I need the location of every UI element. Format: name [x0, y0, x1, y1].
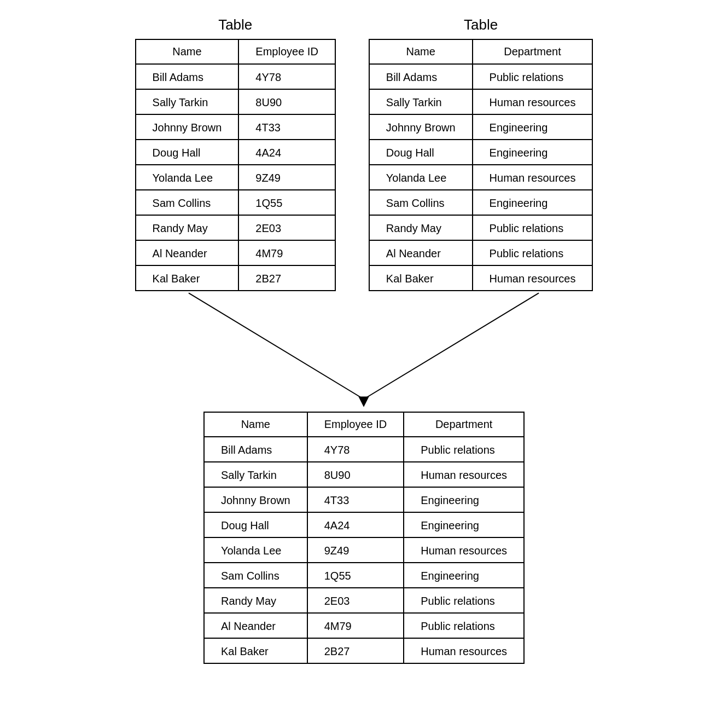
cell-name: Johnny Brown	[204, 487, 307, 512]
table-row: Kal Baker2B27Human resources	[204, 638, 524, 663]
cell-dept: Human resources	[404, 638, 524, 663]
table-row: Bill AdamsPublic relations	[369, 64, 593, 89]
cell-empid: 4T33	[238, 114, 335, 140]
right-table-title: Table	[464, 16, 498, 33]
cell-empid: 4M79	[238, 240, 335, 265]
cell-empid: 4A24	[238, 140, 335, 165]
table-row: Sam Collins1Q55	[136, 190, 335, 215]
table-row: Bill Adams4Y78Public relations	[204, 437, 524, 462]
table-row: Yolanda Lee9Z49	[136, 165, 335, 190]
join-arrows-svg	[11, 291, 717, 412]
cell-name: Al Neander	[204, 613, 307, 638]
table-row: Al NeanderPublic relations	[369, 240, 593, 265]
table-row: Sam Collins1Q55Engineering	[204, 563, 524, 588]
cell-dept: Public relations	[473, 215, 593, 240]
table-row: Randy MayPublic relations	[369, 215, 593, 240]
cell-dept: Public relations	[473, 240, 593, 265]
cell-empid: 9Z49	[307, 537, 404, 563]
cell-name: Yolanda Lee	[204, 537, 307, 563]
table-row: Johnny BrownEngineering	[369, 114, 593, 140]
cell-name: Al Neander	[369, 240, 473, 265]
cell-name: Bill Adams	[136, 64, 239, 89]
cell-dept: Public relations	[404, 588, 524, 613]
table-row: Bill Adams4Y78	[136, 64, 335, 89]
right-table-container: Table Name Department Bill AdamsPublic r…	[369, 16, 593, 291]
cell-dept: Engineering	[404, 512, 524, 537]
cell-empid: 2E03	[307, 588, 404, 613]
table-row: Johnny Brown4T33Engineering	[204, 487, 524, 512]
cell-dept: Public relations	[473, 64, 593, 89]
cell-empid: 2E03	[238, 215, 335, 240]
arrow-section	[11, 291, 717, 412]
cell-dept: Engineering	[473, 114, 593, 140]
cell-name: Sally Tarkin	[136, 89, 239, 114]
svg-line-1	[364, 293, 539, 399]
cell-dept: Engineering	[473, 140, 593, 165]
cell-name: Yolanda Lee	[136, 165, 239, 190]
cell-empid: 4M79	[307, 613, 404, 638]
table-row: Kal Baker2B27	[136, 265, 335, 291]
table-row: Al Neander4M79Public relations	[204, 613, 524, 638]
cell-name: Al Neander	[136, 240, 239, 265]
cell-empid: 8U90	[307, 462, 404, 487]
cell-dept: Human resources	[404, 537, 524, 563]
cell-name: Doug Hall	[136, 140, 239, 165]
cell-name: Randy May	[136, 215, 239, 240]
cell-dept: Public relations	[404, 437, 524, 462]
cell-dept: Engineering	[404, 487, 524, 512]
top-tables-section: Table Name Employee ID Bill Adams4Y78Sal…	[11, 16, 717, 291]
table-row: Kal BakerHuman resources	[369, 265, 593, 291]
cell-name: Randy May	[204, 588, 307, 613]
table-row: Doug Hall4A24	[136, 140, 335, 165]
bottom-table-col-dept: Department	[404, 412, 524, 437]
table-row: Doug Hall4A24Engineering	[204, 512, 524, 537]
cell-dept: Human resources	[404, 462, 524, 487]
table-row: Johnny Brown4T33	[136, 114, 335, 140]
cell-empid: 1Q55	[307, 563, 404, 588]
cell-dept: Public relations	[404, 613, 524, 638]
cell-name: Johnny Brown	[369, 114, 473, 140]
cell-empid: 4Y78	[307, 437, 404, 462]
cell-empid: 4Y78	[238, 64, 335, 89]
cell-name: Kal Baker	[204, 638, 307, 663]
left-table-container: Table Name Employee ID Bill Adams4Y78Sal…	[135, 16, 336, 291]
cell-name: Yolanda Lee	[369, 165, 473, 190]
cell-empid: 2B27	[307, 638, 404, 663]
cell-name: Bill Adams	[204, 437, 307, 462]
table-row: Sally Tarkin8U90	[136, 89, 335, 114]
left-table: Name Employee ID Bill Adams4Y78Sally Tar…	[135, 39, 336, 291]
cell-name: Doug Hall	[369, 140, 473, 165]
cell-dept: Human resources	[473, 165, 593, 190]
cell-name: Sam Collins	[369, 190, 473, 215]
cell-dept: Engineering	[473, 190, 593, 215]
table-row: Al Neander4M79	[136, 240, 335, 265]
table-row: Sam CollinsEngineering	[369, 190, 593, 215]
cell-name: Kal Baker	[369, 265, 473, 291]
cell-name: Kal Baker	[136, 265, 239, 291]
cell-empid: 4T33	[307, 487, 404, 512]
right-table-col-dept: Department	[473, 39, 593, 64]
cell-dept: Human resources	[473, 89, 593, 114]
table-row: Sally TarkinHuman resources	[369, 89, 593, 114]
table-row: Randy May2E03Public relations	[204, 588, 524, 613]
left-table-col-empid: Employee ID	[238, 39, 335, 64]
bottom-table-col-empid: Employee ID	[307, 412, 404, 437]
bottom-table-col-name: Name	[204, 412, 307, 437]
bottom-table: Name Employee ID Department Bill Adams4Y…	[203, 412, 525, 664]
cell-name: Sam Collins	[136, 190, 239, 215]
cell-dept: Engineering	[404, 563, 524, 588]
bottom-table-section: Name Employee ID Department Bill Adams4Y…	[11, 412, 717, 664]
svg-line-0	[189, 293, 364, 399]
cell-empid: 1Q55	[238, 190, 335, 215]
table-row: Yolanda Lee9Z49Human resources	[204, 537, 524, 563]
table-row: Sally Tarkin8U90Human resources	[204, 462, 524, 487]
cell-name: Sally Tarkin	[204, 462, 307, 487]
right-table-col-name: Name	[369, 39, 473, 64]
cell-dept: Human resources	[473, 265, 593, 291]
svg-marker-2	[358, 396, 369, 407]
cell-empid: 8U90	[238, 89, 335, 114]
left-table-title: Table	[218, 16, 252, 33]
cell-name: Doug Hall	[204, 512, 307, 537]
cell-name: Sam Collins	[204, 563, 307, 588]
table-row: Doug HallEngineering	[369, 140, 593, 165]
